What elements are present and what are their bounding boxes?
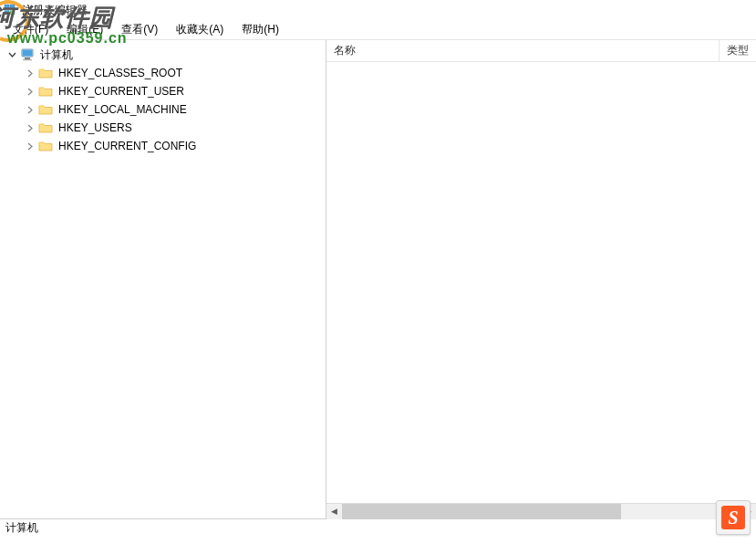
list-body[interactable] xyxy=(326,62,756,503)
chevron-right-icon[interactable] xyxy=(24,67,36,79)
svg-rect-5 xyxy=(23,50,32,56)
column-header-type[interactable]: 类型 xyxy=(720,40,756,61)
tree-item-label: HKEY_USERS xyxy=(55,121,132,134)
statusbar-path: 计算机 xyxy=(5,520,38,536)
chevron-right-icon[interactable] xyxy=(24,121,36,134)
computer-icon xyxy=(20,48,35,61)
folder-icon xyxy=(38,140,53,152)
titlebar: 注册表编辑器 xyxy=(0,0,756,20)
scroll-left-button[interactable]: ◀ xyxy=(326,504,342,519)
tree-item-hkcc[interactable]: HKEY_CURRENT_CONFIG xyxy=(0,137,326,155)
menu-help[interactable]: 帮助(H) xyxy=(233,20,288,39)
tree-item-hklm[interactable]: HKEY_LOCAL_MACHINE xyxy=(0,100,326,119)
menu-edit[interactable]: 编辑(E) xyxy=(57,20,112,39)
chevron-down-icon[interactable] xyxy=(5,48,18,61)
chevron-right-icon[interactable] xyxy=(24,85,36,98)
menu-file[interactable]: 文件(F) xyxy=(4,20,57,39)
tree-item-label: HKEY_CURRENT_CONFIG xyxy=(55,140,196,152)
statusbar: 计算机 xyxy=(0,518,756,537)
horizontal-scrollbar[interactable]: ◀ ▶ xyxy=(326,503,756,518)
chevron-right-icon[interactable] xyxy=(24,103,36,116)
folder-icon xyxy=(38,103,53,116)
content-area: 计算机 HKEY_CLASSES_ROOT HKEY_CURRENT_USER xyxy=(0,40,756,518)
svg-rect-7 xyxy=(23,59,32,60)
folder-icon xyxy=(38,85,53,98)
svg-rect-2 xyxy=(5,10,9,15)
menu-favorites[interactable]: 收藏夹(A) xyxy=(167,20,233,39)
svg-rect-3 xyxy=(10,10,15,15)
window-title: 注册表编辑器 xyxy=(22,3,88,18)
menubar: 文件(F) 编辑(E) 查看(V) 收藏夹(A) 帮助(H) xyxy=(0,20,756,40)
folder-icon xyxy=(38,67,53,79)
svg-rect-6 xyxy=(25,58,30,59)
ime-badge[interactable]: S xyxy=(716,500,751,535)
folder-icon xyxy=(38,121,53,134)
chevron-right-icon[interactable] xyxy=(24,140,36,152)
tree-item-label: HKEY_CURRENT_USER xyxy=(55,85,184,98)
tree-item-hkcr[interactable]: HKEY_CLASSES_ROOT xyxy=(0,64,326,82)
scroll-track[interactable] xyxy=(342,504,740,519)
list-header: 名称 类型 xyxy=(326,40,756,62)
tree-item-hku[interactable]: HKEY_USERS xyxy=(0,119,326,137)
menu-view[interactable]: 查看(V) xyxy=(112,20,167,39)
regedit-icon xyxy=(4,3,18,17)
column-header-name[interactable]: 名称 xyxy=(326,40,720,61)
tree-item-label: HKEY_LOCAL_MACHINE xyxy=(55,103,187,116)
svg-rect-1 xyxy=(10,5,15,9)
svg-rect-0 xyxy=(5,5,9,9)
tree-item-hkcu[interactable]: HKEY_CURRENT_USER xyxy=(0,82,326,100)
tree-pane[interactable]: 计算机 HKEY_CLASSES_ROOT HKEY_CURRENT_USER xyxy=(0,40,326,518)
tree-item-label: HKEY_CLASSES_ROOT xyxy=(55,67,182,79)
sogou-icon: S xyxy=(721,506,745,529)
list-pane: 名称 类型 ◀ ▶ xyxy=(326,40,756,518)
tree-root-label: 计算机 xyxy=(36,47,73,63)
scroll-thumb[interactable] xyxy=(342,504,621,519)
tree-root-computer[interactable]: 计算机 xyxy=(0,46,326,64)
